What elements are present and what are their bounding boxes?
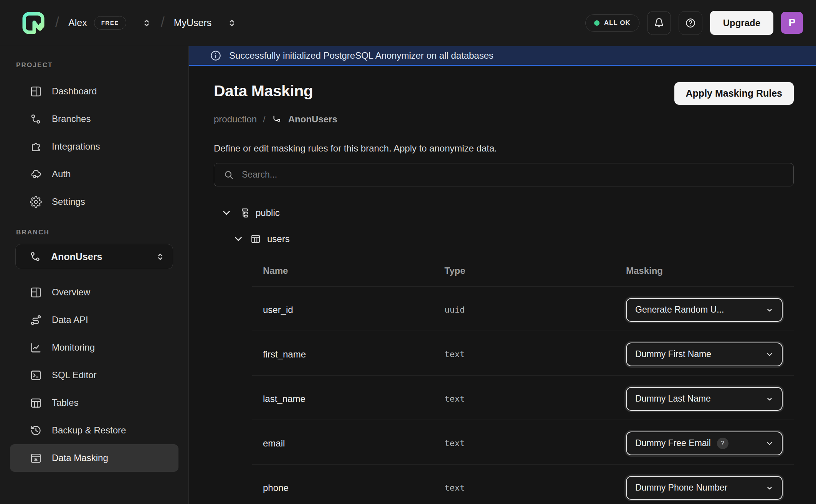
table-row: user_id uuid Generate Random U...: [252, 286, 794, 331]
schema-icon: [238, 208, 249, 219]
sidebar-item-monitoring[interactable]: Monitoring: [10, 334, 178, 361]
table-header-row: Name Type Masking: [252, 255, 794, 286]
sidebar-item-label: Monitoring: [52, 342, 95, 353]
sidebar-item-label: Overview: [52, 287, 90, 298]
sidebar-item-overview[interactable]: Overview: [10, 278, 178, 306]
sidebar-item-branches[interactable]: Branches: [10, 105, 178, 133]
header-separator: /: [55, 14, 59, 30]
project-name: MyUsers: [174, 17, 212, 28]
plan-badge: FREE: [94, 16, 126, 30]
masking-rule-value: Dummy Last Name: [635, 394, 711, 404]
status-ok-dot-icon: [594, 20, 600, 26]
masking-rule-value: Dummy Free Email: [635, 438, 711, 448]
search-icon: [223, 170, 234, 180]
apply-masking-rules-button[interactable]: Apply Masking Rules: [674, 82, 794, 105]
dashboard-icon: [30, 86, 42, 97]
sidebar-item-backup-restore[interactable]: Backup & Restore: [10, 417, 178, 444]
table-row: last_name text Dummy Last Name: [252, 375, 794, 420]
question-icon: [685, 18, 696, 28]
table-icon: [250, 234, 261, 244]
chevron-down-icon: [765, 439, 774, 448]
header-separator: /: [161, 14, 165, 30]
chevron-down-icon: [765, 394, 774, 404]
cloud-key-icon: [30, 168, 42, 180]
status-label: ALL OK: [604, 19, 631, 27]
tree-node-table-users[interactable]: users: [233, 233, 794, 245]
column-type: uuid: [444, 305, 626, 315]
overview-icon: [30, 287, 42, 298]
sidebar-item-label: SQL Editor: [52, 370, 97, 380]
breadcrumb-parent-branch[interactable]: production: [214, 114, 257, 125]
upgrade-button[interactable]: Upgrade: [710, 11, 773, 35]
user-avatar[interactable]: P: [781, 12, 803, 34]
sidebar-item-label: Data Masking: [52, 453, 108, 463]
terminal-icon: [30, 369, 42, 381]
success-banner: Successfully initialized PostgreSQL Anon…: [189, 46, 816, 66]
neon-logo-icon[interactable]: [21, 10, 46, 36]
table-icon: [30, 397, 42, 409]
sidebar-item-sql-editor[interactable]: SQL Editor: [10, 361, 178, 389]
search-input[interactable]: [242, 170, 784, 180]
sidebar: PROJECT Dashboard Branches Integrations …: [0, 46, 189, 504]
masking-rule-value: Generate Random U...: [635, 305, 724, 315]
sidebar-section-branch: BRANCH: [0, 229, 188, 236]
chevron-down-icon[interactable]: [233, 233, 244, 245]
table-name: users: [267, 234, 290, 244]
help-tooltip-badge[interactable]: ?: [717, 438, 728, 449]
history-icon: [30, 425, 42, 436]
sidebar-item-label: Auth: [52, 169, 71, 180]
sidebar-item-settings[interactable]: Settings: [10, 188, 178, 216]
sidebar-item-label: Branches: [52, 114, 91, 124]
org-name: Alex: [68, 17, 87, 28]
branch-selector-value: AnonUsers: [51, 251, 102, 262]
masking-rule-select[interactable]: Dummy Last Name: [626, 387, 783, 411]
masking-rule-select[interactable]: Generate Random U...: [626, 298, 783, 322]
child-branch-icon: [272, 114, 282, 125]
chevron-down-icon[interactable]: [221, 207, 232, 219]
notifications-button[interactable]: [647, 11, 671, 35]
help-button[interactable]: [679, 11, 702, 35]
column-name: last_name: [252, 394, 444, 404]
table-row: email text Dummy Free Email ?: [252, 420, 794, 464]
sidebar-item-integrations[interactable]: Integrations: [10, 133, 178, 160]
column-name: first_name: [252, 349, 444, 360]
git-branch-icon: [30, 251, 41, 262]
sidebar-item-label: Settings: [52, 196, 85, 207]
git-branch-icon: [30, 113, 42, 125]
org-switcher[interactable]: Alex FREE: [68, 16, 152, 30]
column-type: text: [444, 349, 626, 359]
schema-name: public: [256, 208, 280, 218]
sidebar-item-dashboard[interactable]: Dashboard: [10, 77, 178, 105]
info-icon: [210, 50, 221, 61]
table-row: first_name text Dummy First Name: [252, 331, 794, 375]
chevron-up-down-icon: [155, 252, 165, 262]
sidebar-item-data-masking[interactable]: Data Masking: [10, 444, 178, 472]
column-type: text: [444, 483, 626, 492]
tree-node-schema-public[interactable]: public: [221, 207, 794, 219]
sidebar-item-label: Backup & Restore: [52, 425, 126, 436]
mask-window-icon: [30, 452, 42, 464]
sidebar-item-tables[interactable]: Tables: [10, 389, 178, 417]
search-box: [214, 163, 794, 186]
column-type: text: [444, 438, 626, 448]
sidebar-item-data-api[interactable]: Data API: [10, 306, 178, 334]
masking-rule-select[interactable]: Dummy Free Email ?: [626, 432, 783, 455]
system-status-pill[interactable]: ALL OK: [585, 14, 639, 32]
page-description: Define or edit masking rules for this br…: [214, 143, 794, 154]
chevron-down-icon: [765, 350, 774, 359]
puzzle-icon: [30, 141, 42, 153]
gear-icon: [30, 196, 42, 208]
project-switcher[interactable]: MyUsers: [174, 17, 237, 28]
breadcrumb-current-branch[interactable]: AnonUsers: [288, 114, 337, 125]
masking-rule-select[interactable]: Dummy Phone Number: [626, 476, 783, 500]
table-row: phone text Dummy Phone Number: [252, 464, 794, 504]
chevron-down-icon: [765, 305, 774, 315]
breadcrumb-separator: /: [263, 114, 266, 125]
column-name: phone: [252, 483, 444, 493]
bell-icon: [654, 18, 664, 28]
masking-rule-select[interactable]: Dummy First Name: [626, 343, 783, 366]
project-switcher-chevron-icon[interactable]: [227, 18, 237, 28]
sidebar-item-auth[interactable]: Auth: [10, 160, 178, 188]
org-switcher-chevron-icon[interactable]: [142, 18, 152, 28]
branch-selector[interactable]: AnonUsers: [15, 244, 173, 269]
